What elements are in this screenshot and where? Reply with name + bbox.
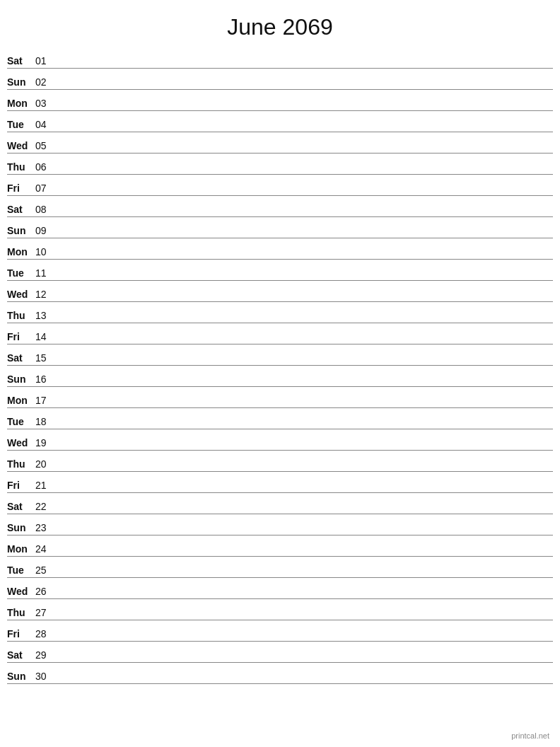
day-row: Mon10 [7, 238, 553, 260]
day-number: 14 [35, 331, 57, 342]
day-name: Wed [7, 586, 35, 597]
day-name: Sun [7, 76, 35, 88]
day-row: Wed12 [7, 281, 553, 302]
day-name: Sat [7, 55, 35, 66]
day-name: Mon [7, 98, 35, 109]
day-number: 10 [35, 246, 57, 257]
day-name: Tue [7, 267, 35, 279]
day-row: Fri28 [7, 620, 553, 642]
day-number: 29 [35, 649, 57, 661]
day-row: Wed19 [7, 429, 553, 451]
day-row: Fri21 [7, 472, 553, 493]
day-name: Sat [7, 204, 35, 215]
day-number: 25 [35, 564, 57, 576]
day-name: Sat [7, 649, 35, 661]
day-name: Fri [7, 628, 35, 639]
footer-text: printcal.net [511, 731, 549, 740]
day-row: Sun16 [7, 366, 553, 387]
day-row: Thu27 [7, 599, 553, 620]
day-number: 12 [35, 289, 57, 300]
day-name: Fri [7, 183, 35, 194]
day-row: Sat29 [7, 642, 553, 663]
day-row: Sat08 [7, 196, 553, 217]
day-row: Thu20 [7, 451, 553, 472]
day-name: Fri [7, 331, 35, 342]
day-number: 24 [35, 543, 57, 555]
day-number: 05 [35, 140, 57, 151]
day-row: Tue18 [7, 408, 553, 429]
day-number: 09 [35, 225, 57, 236]
day-number: 23 [35, 522, 57, 533]
day-number: 20 [35, 458, 57, 470]
day-row: Wed05 [7, 132, 553, 154]
day-name: Thu [7, 161, 35, 173]
day-row: Mon24 [7, 535, 553, 557]
day-row: Mon03 [7, 90, 553, 111]
day-row: Sat22 [7, 493, 553, 514]
day-number: 07 [35, 183, 57, 194]
day-name: Sun [7, 522, 35, 533]
day-name: Sun [7, 671, 35, 682]
day-number: 06 [35, 161, 57, 173]
day-name: Mon [7, 246, 35, 257]
day-name: Wed [7, 437, 35, 448]
day-row: Sun09 [7, 217, 553, 238]
day-name: Mon [7, 395, 35, 406]
day-number: 15 [35, 352, 57, 364]
day-number: 27 [35, 607, 57, 618]
day-row: Tue04 [7, 111, 553, 132]
day-number: 17 [35, 395, 57, 406]
day-row: Thu13 [7, 302, 553, 323]
day-row: Fri07 [7, 175, 553, 196]
day-row: Tue25 [7, 557, 553, 578]
day-name: Mon [7, 543, 35, 555]
day-name: Sun [7, 225, 35, 236]
day-row: Tue11 [7, 260, 553, 281]
day-name: Fri [7, 480, 35, 491]
day-row: Sun30 [7, 663, 553, 684]
day-name: Sat [7, 352, 35, 364]
day-number: 13 [35, 310, 57, 321]
day-row: Thu06 [7, 154, 553, 175]
day-number: 19 [35, 437, 57, 448]
day-name: Tue [7, 564, 35, 576]
day-row: Mon17 [7, 387, 553, 408]
day-row: Sat01 [7, 47, 553, 69]
day-row: Sat15 [7, 344, 553, 366]
day-number: 18 [35, 416, 57, 427]
day-number: 22 [35, 501, 57, 512]
day-name: Thu [7, 458, 35, 470]
day-number: 04 [35, 119, 57, 130]
day-name: Thu [7, 310, 35, 321]
day-row: Wed26 [7, 578, 553, 599]
day-name: Tue [7, 119, 35, 130]
day-number: 11 [35, 267, 57, 279]
day-number: 16 [35, 374, 57, 385]
day-row: Fri14 [7, 323, 553, 344]
day-number: 28 [35, 628, 57, 639]
day-number: 03 [35, 98, 57, 109]
day-name: Thu [7, 607, 35, 618]
day-row: Sun23 [7, 514, 553, 535]
day-name: Wed [7, 140, 35, 151]
page-title: June 2069 [0, 0, 560, 47]
day-name: Wed [7, 289, 35, 300]
day-number: 30 [35, 671, 57, 682]
day-number: 01 [35, 55, 57, 66]
day-name: Sun [7, 374, 35, 385]
day-number: 26 [35, 586, 57, 597]
day-name: Sat [7, 501, 35, 512]
day-row: Sun02 [7, 69, 553, 90]
day-number: 21 [35, 480, 57, 491]
calendar-container: Sat01Sun02Mon03Tue04Wed05Thu06Fri07Sat08… [0, 47, 560, 684]
day-number: 02 [35, 76, 57, 88]
day-name: Tue [7, 416, 35, 427]
day-number: 08 [35, 204, 57, 215]
